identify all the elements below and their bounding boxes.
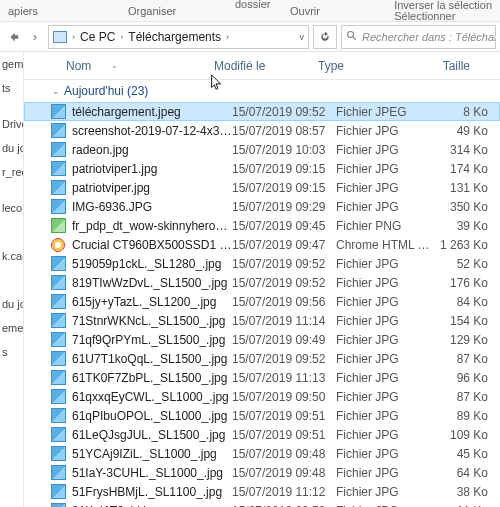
nav-back-icon[interactable]	[4, 28, 22, 46]
file-modified: 15/07/2019 09:47	[232, 238, 336, 252]
jpg-file-icon	[50, 275, 66, 291]
nav-up-icon[interactable]: ›	[26, 28, 44, 46]
sidebar-item[interactable]: k.cache	[0, 244, 23, 268]
file-type: Fichier PNG	[336, 219, 434, 233]
file-modified: 15/07/2019 09:51	[232, 428, 336, 442]
column-headers: Nom ⌄ Modifié le Type Taille	[24, 52, 500, 80]
file-size: 129 Ko	[434, 333, 496, 347]
file-name: patriotviper.jpg	[72, 181, 232, 195]
file-row[interactable]: 51YCAj9IZiL._SL1000_.jpg15/07/2019 09:48…	[24, 444, 500, 463]
sidebar-item[interactable]	[0, 232, 23, 244]
file-size: 39 Ko	[434, 219, 496, 233]
sidebar-item[interactable]: s	[0, 340, 23, 364]
sidebar-item[interactable]: leco	[0, 196, 23, 220]
sidebar-item[interactable]	[0, 100, 23, 112]
file-type: Fichier JPG	[336, 352, 434, 366]
group-header[interactable]: ⌄Aujourd'hui (23)	[24, 80, 500, 102]
sidebar-item[interactable]: du jour	[0, 292, 23, 316]
jpg-file-icon	[50, 503, 66, 508]
jpg-file-icon	[50, 123, 66, 139]
refresh-button[interactable]	[313, 25, 337, 49]
column-type[interactable]: Type	[318, 59, 416, 73]
file-row[interactable]: 519059p1ckL._SL1280_.jpg15/07/2019 09:52…	[24, 254, 500, 273]
file-row[interactable]: téléchargement.jpeg15/07/2019 09:52Fichi…	[24, 102, 500, 121]
file-row[interactable]: 819TIwWzDvL._SL1500_.jpg15/07/2019 09:52…	[24, 273, 500, 292]
file-row[interactable]: 31KqjAT0pbl.jpg15/07/2019 09:53Fichier J…	[24, 501, 500, 507]
file-row[interactable]: fr_pdp_dt_wow-skinnyhero_1500x150_fr_...…	[24, 216, 500, 235]
sidebar-item[interactable]: gem	[0, 52, 23, 76]
sidebar-item[interactable]: ts	[0, 76, 23, 100]
chevron-down-icon: ⌄	[52, 86, 60, 96]
file-row[interactable]: radeon.jpg15/07/2019 10:03Fichier JPG314…	[24, 140, 500, 159]
jpg-file-icon	[50, 161, 66, 177]
sidebar-item[interactable]	[0, 184, 23, 196]
sidebar-item[interactable]: r_recher	[0, 160, 23, 184]
file-row[interactable]: patriotviper.jpg15/07/2019 09:15Fichier …	[24, 178, 500, 197]
file-name: radeon.jpg	[72, 143, 232, 157]
file-row[interactable]: 615jy+yTazL._SL1200_.jpg15/07/2019 09:56…	[24, 292, 500, 311]
file-row[interactable]: 71StnrWKNcL._SL1500_.jpg15/07/2019 11:14…	[24, 311, 500, 330]
sidebar-item[interactable]: ements	[0, 316, 23, 340]
file-name: 61U7T1koQqL._SL1500_.jpg	[72, 352, 232, 366]
file-type: Fichier JPG	[336, 409, 434, 423]
column-name[interactable]: Nom ⌄	[24, 59, 214, 73]
breadcrumb-folder[interactable]: Téléchargements	[128, 30, 221, 44]
file-row[interactable]: 51FrysHBMjL._SL1100_.jpg15/07/2019 11:12…	[24, 482, 500, 501]
file-row[interactable]: 61LeQJsgJUL._SL1500_.jpg15/07/2019 09:51…	[24, 425, 500, 444]
file-row[interactable]: Crucial CT960BX500SSD1 SSD Interne BX5..…	[24, 235, 500, 254]
search-icon	[346, 30, 358, 44]
ribbon-papers: apiers	[8, 5, 38, 17]
file-name: IMG-6936.JPG	[72, 200, 232, 214]
file-name: 519059p1ckL._SL1280_.jpg	[72, 257, 232, 271]
file-row[interactable]: 61qPIbuOPOL._SL1000_.jpg15/07/2019 09:51…	[24, 406, 500, 425]
file-size: 96 Ko	[434, 371, 496, 385]
sidebar-item[interactable]	[0, 268, 23, 280]
breadcrumb[interactable]: › Ce PC › Téléchargements › v	[48, 25, 309, 49]
jpg-file-icon	[50, 294, 66, 310]
file-name: 31KqjAT0pbl.jpg	[72, 504, 232, 508]
file-row[interactable]: 61qxxqEyCWL._SL1000_.jpg15/07/2019 09:50…	[24, 387, 500, 406]
sidebar-item[interactable]	[0, 220, 23, 232]
file-row[interactable]: 61U7T1koQqL._SL1500_.jpg15/07/2019 09:52…	[24, 349, 500, 368]
sidebar-item[interactable]: Drive	[0, 112, 23, 136]
file-row[interactable]: IMG-6936.JPG15/07/2019 09:29Fichier JPG3…	[24, 197, 500, 216]
file-list: Nom ⌄ Modifié le Type Taille ⌄Aujourd'hu…	[24, 52, 500, 507]
file-size: 52 Ko	[434, 257, 496, 271]
chevron-right-icon: ›	[117, 32, 126, 42]
file-size: 89 Ko	[434, 409, 496, 423]
chevron-right-icon: ›	[69, 32, 78, 42]
file-row[interactable]: patriotviper1.jpg15/07/2019 09:15Fichier…	[24, 159, 500, 178]
jpg-file-icon	[50, 142, 66, 158]
file-name: 61qPIbuOPOL._SL1000_.jpg	[72, 409, 232, 423]
file-row[interactable]: 71qf9QrPYmL._SL1500_.jpg15/07/2019 09:49…	[24, 330, 500, 349]
png-file-icon	[50, 218, 66, 234]
column-size[interactable]: Taille	[416, 59, 478, 73]
breadcrumb-root[interactable]: Ce PC	[80, 30, 115, 44]
column-name-label: Nom	[66, 59, 91, 73]
file-row[interactable]: 61TK0F7ZbPL._SL1500_.jpg15/07/2019 11:13…	[24, 368, 500, 387]
file-size: 314 Ko	[434, 143, 496, 157]
jpg-file-icon	[50, 408, 66, 424]
file-name: 71StnrWKNcL._SL1500_.jpg	[72, 314, 232, 328]
monitor-icon	[53, 31, 67, 43]
ribbon: apiers Organiser dossier Ouvrir Inverser…	[0, 0, 500, 22]
search-input[interactable]: Rechercher dans : Télécharge...	[341, 25, 496, 49]
file-size: 84 Ko	[434, 295, 496, 309]
file-row[interactable]: screenshot-2019-07-12-4x3-1600x1200-hi..…	[24, 121, 500, 140]
jpg-file-icon	[50, 389, 66, 405]
file-type: Fichier JPG	[336, 390, 434, 404]
file-row[interactable]: 51IaY-3CUHL._SL1000_.jpg15/07/2019 09:48…	[24, 463, 500, 482]
jpg-file-icon	[50, 199, 66, 215]
column-modified[interactable]: Modifié le	[214, 59, 318, 73]
file-type: Fichier JPG	[336, 485, 434, 499]
file-modified: 15/07/2019 09:50	[232, 390, 336, 404]
file-modified: 15/07/2019 09:29	[232, 200, 336, 214]
chevron-right-icon: ›	[223, 32, 232, 42]
file-type: Fichier JPG	[336, 200, 434, 214]
dropdown-icon[interactable]: v	[300, 32, 305, 42]
jpg-file-icon	[50, 104, 66, 120]
sidebar-item[interactable]	[0, 280, 23, 292]
file-size: 154 Ko	[434, 314, 496, 328]
file-size: 87 Ko	[434, 390, 496, 404]
sidebar-item[interactable]: du jo	[0, 136, 23, 160]
